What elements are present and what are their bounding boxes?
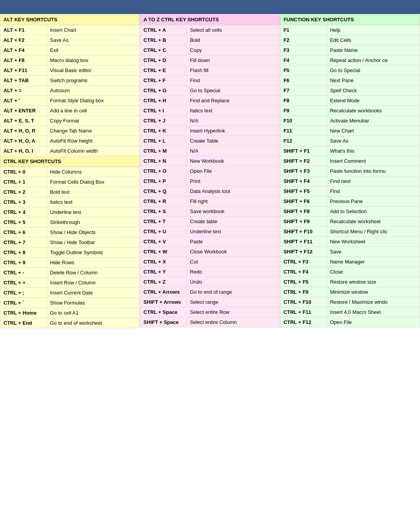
shortcut-row: SHIFT + F6 Previous Pane [280,196,420,207]
shortcut-val: What's this [327,146,420,156]
shortcut-key: CTRL + 3 [0,197,47,207]
section-header-ctrl_alpha: A TO Z CTRL KEY SHORTCUTS [140,14,280,25]
shortcut-val: New Worksheet [327,237,420,247]
shortcut-row: SHIFT + F1 What's this [280,146,420,156]
shortcut-key: CTRL + 4 [0,207,47,217]
shortcut-row: CTRL + F5 Restore window size [280,277,420,287]
shortcut-row: CTRL + E Flash fill [140,65,280,76]
shortcut-row: CTRL + H Find and Replace [140,96,280,106]
shortcut-val: Insert Hyperlink [187,126,280,136]
shortcut-val: Insert Row / Column [47,278,140,288]
shortcut-val: Autosum [47,86,140,96]
shortcut-row: SHIFT + F9 Recalculate worksheet [280,217,420,227]
shortcut-row: F11 New Chart [280,126,420,136]
shortcut-key: CTRL + 8 [0,248,47,258]
shortcut-key: SHIFT + F4 [280,176,327,186]
shortcut-val: Find next [327,176,420,186]
shortcut-val: Redo [187,267,280,277]
shortcut-row: CTRL + Q Data Analysis tool [140,186,280,196]
shortcut-key: CTRL + V [140,237,187,247]
shortcut-val: Open File [187,166,280,176]
shortcut-val: Hide Rows [47,258,140,268]
shortcut-row: CTRL + C Copy [140,45,280,55]
shortcut-row: CTRL + Y Redo [140,267,280,277]
shortcut-val: Italics text [187,106,280,116]
shortcut-row: ALT + H, O, I AutoFit Column width [0,146,140,156]
shortcut-val: Hide Columns [47,167,140,177]
shortcut-key: CTRL + P [140,176,187,186]
shortcut-row: ALT + F2 Save As [0,35,140,45]
shortcut-key: F2 [280,35,327,45]
shortcut-row: CTRL + 1 Format Cells Dialog Box [0,177,140,187]
shortcut-key: CTRL + Space [140,307,187,317]
shortcut-key: SHIFT + F1 [280,146,327,156]
shortcut-row: F8 Extend Mode [280,96,420,106]
shortcut-row: ALT + E, S, T Copy Format [0,116,140,126]
shortcut-key: CTRL + W [140,247,187,257]
shortcut-key: ALT + = [0,86,47,96]
shortcut-row: F7 Spell Check [280,86,420,96]
shortcut-row: ALT + H, O, A AutoFit Row height [0,136,140,146]
shortcut-key: CTRL + F12 [280,317,327,327]
shortcut-row: CTRL + 8 Toggle Outline Symbols [0,248,140,258]
shortcut-val: Bold [187,35,280,45]
shortcut-val: Fill right [187,196,280,207]
shortcut-row: CTRL + J N/A [140,116,280,126]
shortcut-key: CTRL + F4 [280,267,327,277]
shortcut-val: Help [327,25,420,35]
shortcut-val: AutoFit Column width [47,146,140,156]
shortcut-key: CTRL + + [0,278,47,288]
shortcut-key: CTRL + F3 [280,257,327,267]
shortcut-row: CTRL + U Underline text [140,227,280,237]
shortcut-key: CTRL + 9 [0,258,47,268]
shortcut-val: Create Table [187,136,280,146]
shortcut-val: Show / Hide Objects [47,227,140,238]
shortcut-key: CTRL + F11 [280,307,327,317]
shortcut-key: CTRL + 6 [0,227,47,238]
shortcut-key: ALT + F4 [0,45,47,55]
shortcut-key: ALT + ' [0,96,47,106]
shortcut-key: ALT + ENTER [0,106,47,116]
shortcut-row: CTRL + + Insert Row / Column [0,278,140,288]
shortcut-row: CTRL + 3 Italics text [0,197,140,207]
shortcut-val: Paste [187,237,280,247]
shortcut-row: SHIFT + F8 Add to Selection [280,207,420,217]
shortcut-key: F8 [280,96,327,106]
shortcut-key: ALT + H, O, A [0,136,47,146]
shortcut-val: Minimize window [327,287,420,297]
shortcut-row: ALT + TAB Switch programs [0,76,140,86]
shortcut-row: CTRL + F11 Insert 4.0 Macro Sheet [280,307,420,317]
shortcut-row: CTRL + F3 Name Manager [280,257,420,267]
shortcut-row: CTRL + Z Undo [140,277,280,287]
shortcut-key: CTRL + C [140,45,187,55]
shortcut-row: CTRL + K Insert Hyperlink [140,126,280,136]
shortcut-val: Switch programs [47,76,140,86]
shortcut-key: CTRL + X [140,257,187,267]
shortcut-val: Change Tab Name [47,126,140,136]
shortcut-val: Undo [187,277,280,287]
shortcut-key: F9 [280,106,327,116]
shortcut-key: ALT + F1 [0,25,47,35]
shortcut-key: SHIFT + Space [140,317,187,327]
shortcut-row: CTRL + D Fill down [140,55,280,65]
shortcut-val: Select all cells [187,25,280,35]
shortcut-val: Copy Format [47,116,140,126]
shortcut-row: ALT + ' Format Style Dialog box [0,96,140,106]
shortcut-row: ALT + F11 Visual Basic editor [0,65,140,76]
shortcut-key: CTRL + S [140,207,187,217]
shortcut-row: CTRL + 7 Show / Hide Toolbar [0,238,140,248]
shortcut-row: CTRL + Space Select entire Row [140,307,280,317]
shortcut-key: F1 [280,25,327,35]
section-header-ctrl_num: CTRL KEY SHORTCUTS [0,156,140,167]
shortcut-key: CTRL + End [0,318,47,328]
shortcut-val: Go to end of range [187,287,280,297]
shortcut-val: Recalculate workbooks [327,106,420,116]
shortcut-val: Underline text [47,207,140,217]
shortcut-val: Format Cells Dialog Box [47,177,140,187]
shortcut-val: Macro dialog box [47,55,140,65]
shortcut-row: CTRL + ` Show Formulas [0,298,140,308]
shortcut-row: CTRL + F9 Minimize window [280,287,420,297]
shortcut-row: SHIFT + F2 Insert Comment [280,156,420,166]
shortcut-key: CTRL + D [140,55,187,65]
shortcut-val: Underline text [187,227,280,237]
